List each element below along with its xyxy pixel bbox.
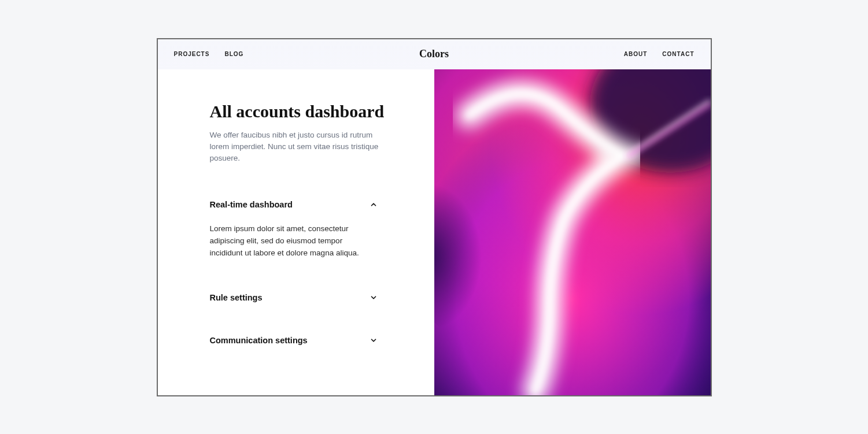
accordion-header-rule-settings[interactable]: Rule settings [210,293,378,302]
accordion-header-realtime[interactable]: Real-time dashboard [210,200,378,209]
page-title: All accounts dashboard [210,102,402,121]
nav-right-group: ABOUT CONTACT [624,51,695,57]
left-panel: All accounts dashboard We offer faucibus… [158,69,434,395]
abstract-art-image [434,69,711,395]
chevron-up-icon [370,201,378,209]
content-split: All accounts dashboard We offer faucibus… [158,69,711,395]
chevron-down-icon [370,294,378,302]
nav-link-blog[interactable]: BLOG [224,51,243,57]
accordion-spacer [210,313,402,325]
accordion: Real-time dashboard Lorem ipsum dolor si… [210,190,402,355]
nav-link-contact[interactable]: CONTACT [662,51,694,57]
nav-link-projects[interactable]: PROJECTS [174,51,210,57]
accordion-item-communication-settings: Communication settings [210,325,402,355]
accordion-header-communication-settings[interactable]: Communication settings [210,336,378,345]
accordion-body: Lorem ipsum dolor sit amet, consectetur … [210,209,378,259]
site-logo[interactable]: Colors [419,48,449,60]
accordion-item-rule-settings: Rule settings [210,283,402,313]
accordion-spacer [210,270,402,283]
page-description: We offer faucibus nibh et justo cursus i… [210,129,383,165]
right-art-panel [434,69,711,395]
accordion-title: Communication settings [210,336,308,345]
chevron-down-icon [370,336,378,344]
nav-left-group: PROJECTS BLOG [174,51,244,57]
accordion-title: Real-time dashboard [210,200,293,209]
accordion-title: Rule settings [210,293,263,302]
top-navbar: PROJECTS BLOG Colors ABOUT CONTACT [158,39,711,69]
accordion-item-realtime: Real-time dashboard Lorem ipsum dolor si… [210,190,402,270]
nav-link-about[interactable]: ABOUT [624,51,648,57]
app-frame: PROJECTS BLOG Colors ABOUT CONTACT All a… [157,38,712,396]
